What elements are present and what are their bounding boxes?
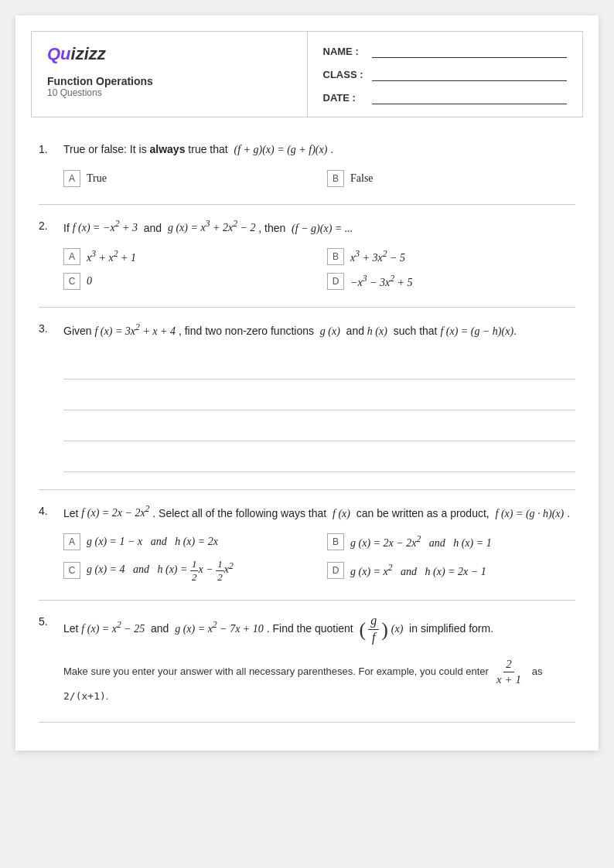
q3-answer-line-2[interactable] [63, 383, 575, 410]
q3-body: Given f (x) = 3x2 + x + 4 , find two non… [63, 320, 575, 340]
q2-option-b-letter: B [327, 248, 344, 265]
open-paren: ( [360, 620, 367, 640]
question-4-text: 4. Let f (x) = 2x − 2x2 . Select all of … [39, 502, 575, 523]
divider-4 [39, 600, 575, 601]
header-right: NAME : CLASS : DATE : [308, 32, 583, 117]
q5-body: Let f (x) = x2 − 25 and g (x) = x2 − 7x … [63, 613, 575, 646]
q5-note-text: Make sure you enter your answer with all… [63, 657, 575, 705]
q2-number: 2. [39, 217, 56, 234]
q4-option-a-text: g (x) = 1 − x and h (x) = 2x [87, 536, 218, 548]
gf-numerator: g [368, 613, 379, 630]
q4-option-d-letter: D [327, 562, 344, 579]
q1-option-a-text: True [87, 172, 107, 185]
question-5: 5. Let f (x) = x2 − 25 and g (x) = x2 − … [39, 613, 575, 705]
q3-number: 3. [39, 320, 56, 337]
q2-body: If f (x) = −x2 + 3 and g (x) = x3 + 2x2 … [63, 217, 575, 237]
q4-option-d-text: g (x) = x2 and h (x) = 2x − 1 [350, 563, 486, 578]
q3-answer-line-4[interactable] [63, 444, 575, 472]
question-1: 1. True or false: It is always true that… [39, 141, 575, 187]
q3-answer-line-1[interactable] [63, 352, 575, 380]
worksheet-page: Quizizz Function Operations 10 Questions… [15, 15, 599, 751]
date-label: DATE : [323, 92, 366, 104]
question-3-text: 3. Given f (x) = 3x2 + x + 4 , find two … [39, 320, 575, 340]
header: Quizizz Function Operations 10 Questions… [31, 31, 583, 117]
class-field-row: CLASS : [323, 63, 568, 86]
question-1-text: 1. True or false: It is always true that… [39, 141, 575, 159]
question-4: 4. Let f (x) = 2x − 2x2 . Select all of … [39, 502, 575, 584]
q2-option-a-text: x3 + x2 + 1 [87, 249, 136, 264]
q1-option-b-letter: B [327, 170, 344, 187]
q2-option-b-text: x3 + 3x2 − 5 [350, 249, 405, 264]
q4-option-c-letter: C [63, 562, 80, 579]
question-2-text: 2. If f (x) = −x2 + 3 and g (x) = x3 + 2… [39, 217, 575, 237]
divider-3 [39, 489, 575, 490]
worksheet-title: Function Operations [47, 75, 292, 87]
q4-option-a[interactable]: A g (x) = 1 − x and h (x) = 2x [63, 533, 312, 550]
date-line[interactable] [372, 90, 568, 104]
q2-option-b[interactable]: B x3 + 3x2 − 5 [327, 248, 575, 265]
q2-option-c-text: 0 [87, 275, 92, 288]
q5-example-fraction: 2 x + 1 [494, 657, 524, 688]
q2-option-d-text: −x3 − 3x2 + 5 [350, 274, 412, 289]
header-left: Quizizz Function Operations 10 Questions [32, 32, 308, 117]
quizizz-logo: Quizizz [47, 44, 292, 64]
divider-2 [39, 307, 575, 308]
q1-option-b[interactable]: B False [327, 170, 575, 187]
q2-option-a-letter: A [63, 248, 80, 265]
gf-denominator: f [370, 630, 377, 646]
q3-answer-line-3[interactable] [63, 414, 575, 441]
q1-option-b-text: False [350, 172, 374, 185]
q4-option-c-text: g (x) = 4 and h (x) = 12x − 12x2 [87, 558, 234, 583]
q2-option-d[interactable]: D −x3 − 3x2 + 5 [327, 273, 575, 290]
q1-option-a[interactable]: A True [63, 170, 312, 187]
class-label: CLASS : [323, 69, 366, 80]
q1-number: 1. [39, 141, 56, 158]
q1-option-a-letter: A [63, 170, 80, 187]
q4-option-a-letter: A [63, 533, 80, 550]
q5-note: Make sure you enter your answer with all… [63, 657, 575, 705]
q1-options: A True B False [63, 170, 575, 187]
name-label: NAME : [323, 46, 366, 57]
q4-body: Let f (x) = 2x − 2x2 . Select all of the… [63, 502, 575, 523]
question-2: 2. If f (x) = −x2 + 3 and g (x) = x3 + 2… [39, 217, 575, 290]
question-3: 3. Given f (x) = 3x2 + x + 4 , find two … [39, 320, 575, 471]
q5-example-text: 2/(x+1) [63, 690, 106, 702]
name-line[interactable] [372, 44, 568, 58]
q4-number: 4. [39, 502, 56, 519]
close-paren: ) [381, 620, 388, 640]
worksheet-subtitle: 10 Questions [47, 87, 292, 98]
q2-option-a[interactable]: A x3 + x2 + 1 [63, 248, 312, 265]
class-line[interactable] [372, 67, 568, 81]
q2-option-c[interactable]: C 0 [63, 273, 312, 290]
content: 1. True or false: It is always true that… [15, 133, 599, 751]
date-field-row: DATE : [323, 86, 568, 109]
question-5-text: 5. Let f (x) = x2 − 25 and g (x) = x2 − … [39, 613, 575, 646]
q5-fraction-display: ( g f ) [360, 613, 388, 646]
q4-options: A g (x) = 1 − x and h (x) = 2x B g (x) =… [63, 533, 575, 583]
q2-options: A x3 + x2 + 1 B x3 + 3x2 − 5 C 0 D −x3 −… [63, 248, 575, 290]
divider-1 [39, 204, 575, 205]
q1-body: True or false: It is always true that (f… [63, 141, 575, 159]
name-field-row: NAME : [323, 39, 568, 63]
q4-option-b[interactable]: B g (x) = 2x − 2x2 and h (x) = 1 [327, 533, 575, 550]
divider-5 [39, 722, 575, 723]
q3-answer-lines [63, 352, 575, 472]
q2-option-d-letter: D [327, 273, 344, 290]
q4-option-d[interactable]: D g (x) = x2 and h (x) = 2x − 1 [327, 558, 575, 583]
q4-option-b-text: g (x) = 2x − 2x2 and h (x) = 1 [350, 534, 492, 550]
q4-option-b-letter: B [327, 533, 344, 550]
q4-option-c[interactable]: C g (x) = 4 and h (x) = 12x − 12x2 [63, 558, 312, 583]
q5-number: 5. [39, 613, 56, 630]
q2-option-c-letter: C [63, 273, 80, 290]
gf-fraction: g f [368, 613, 379, 646]
